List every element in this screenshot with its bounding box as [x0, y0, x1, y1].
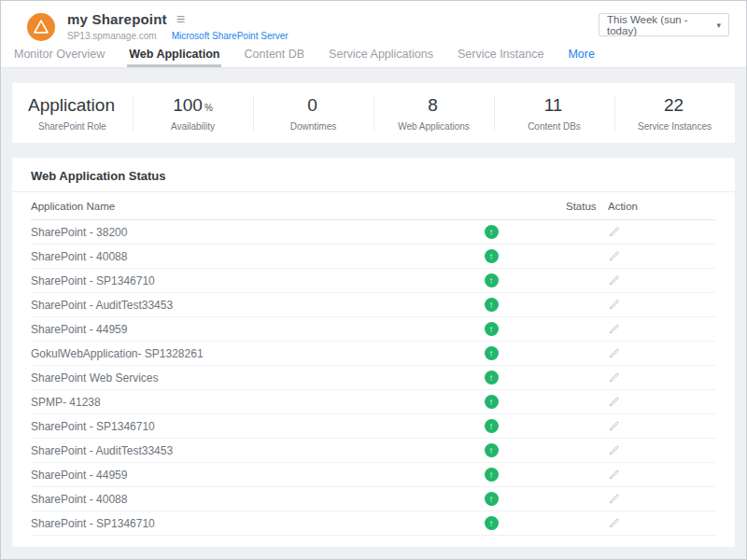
table-row[interactable]: SharePoint - AuditTest33453 ↑ [31, 293, 716, 317]
table-row[interactable]: SPMP- 41238 ↑ [31, 390, 716, 414]
arrow-up-icon: ↑ [485, 516, 499, 530]
stat-item: Application SharePoint Role [12, 83, 133, 143]
arrow-up-icon: ↑ [485, 273, 499, 287]
stat-label: SharePoint Role [38, 121, 106, 132]
table-row[interactable]: SharePoint - SP1346710 ↑ [31, 414, 716, 439]
status-up-icon: ↑ [485, 273, 499, 287]
arrow-up-icon: ↑ [485, 371, 499, 385]
pencil-icon [608, 347, 620, 359]
stat-label: Service Instances [638, 121, 712, 132]
arrow-up-icon: ↑ [485, 346, 499, 360]
edit-action-button[interactable] [608, 250, 716, 262]
stat-item: 100% Availability [133, 83, 253, 143]
arrow-up-icon: ↑ [485, 395, 499, 409]
monitor-type-link[interactable]: Microsoft SharePoint Server [172, 31, 289, 41]
stat-value: 11 [544, 95, 565, 116]
tab[interactable]: More [566, 48, 596, 67]
edit-action-button[interactable] [608, 420, 716, 432]
table-row[interactable]: SharePoint - 38200 ↑ [31, 220, 716, 245]
tab[interactable]: Web Application [127, 48, 221, 67]
arrow-up-icon: ↑ [485, 298, 499, 312]
stat-value: 0 [307, 95, 319, 116]
tab-label: Service Instance [458, 48, 543, 61]
stat-item: 0 Downtimes [253, 83, 374, 143]
arrow-up-icon: ↑ [485, 492, 499, 506]
edit-action-button[interactable] [608, 323, 716, 335]
time-range-select[interactable]: This Week (sun - today) ▾ [599, 13, 729, 36]
edit-action-button[interactable] [608, 469, 716, 481]
pencil-icon [608, 420, 620, 432]
status-up-icon: ↑ [485, 419, 499, 433]
stat-value: 8 [428, 95, 440, 116]
stat-value: Application [28, 95, 117, 116]
table-row[interactable]: SharePoint - AuditTest33453 ↑ [31, 439, 716, 463]
table-body: SharePoint - 38200 ↑ [12, 220, 735, 536]
status-up-icon: ↑ [485, 322, 499, 336]
stat-label: Downtimes [290, 121, 336, 132]
table-row[interactable]: SharePoint - 44959 ↑ [31, 463, 716, 487]
column-header-application-name: Application Name [31, 201, 472, 212]
pencil-icon [608, 371, 620, 384]
pencil-icon [608, 299, 620, 311]
chevron-down-icon: ▾ [716, 21, 721, 30]
status-up-icon: ↑ [485, 468, 499, 482]
edit-action-button[interactable] [608, 299, 716, 311]
status-up-icon: ↑ [485, 371, 499, 385]
status-up-icon: ↑ [485, 395, 499, 409]
tab[interactable]: Service Instance [456, 48, 545, 67]
status-up-icon: ↑ [485, 443, 499, 457]
content-area: Application SharePoint Role 100% Availab… [1, 68, 746, 559]
column-header-status: Status [566, 201, 608, 212]
stat-value-text: 8 [428, 95, 438, 115]
application-name: SharePoint - SP1346710 [31, 420, 472, 433]
edit-action-button[interactable] [608, 371, 716, 384]
pencil-icon [608, 493, 620, 505]
application-name: SharePoint - 38200 [31, 226, 472, 239]
tab-label: More [568, 48, 594, 61]
edit-action-button[interactable] [608, 517, 716, 529]
edit-action-button[interactable] [608, 274, 716, 287]
arrow-up-icon: ↑ [485, 249, 499, 263]
application-name: SharePoint - SP1346710 [31, 517, 472, 530]
stat-value-suffix: % [204, 103, 213, 113]
edit-action-button[interactable] [608, 444, 716, 456]
pencil-icon [608, 226, 620, 238]
application-name: SharePoint Web Services [31, 371, 472, 385]
application-name: SharePoint - 44959 [31, 469, 472, 482]
status-up-icon: ↑ [485, 516, 499, 530]
stat-item: 8 Web Applications [374, 83, 494, 143]
table-row[interactable]: SharePoint - SP1346710 ↑ [31, 269, 716, 293]
table-row[interactable]: GokulWebApplication- SP1328261 ↑ [31, 342, 716, 366]
table-row[interactable]: SharePoint - 40088 ↑ [31, 245, 716, 269]
tab[interactable]: Service Applications [327, 48, 435, 67]
tab-label: Web Application [129, 48, 219, 61]
column-header-action: Action [608, 201, 716, 212]
table-row[interactable]: SharePoint - SP1346710 ↑ [31, 511, 716, 536]
table-row[interactable]: SharePoint Web Services ↑ [31, 366, 716, 390]
pencil-icon [608, 517, 620, 529]
edit-action-button[interactable] [608, 493, 716, 505]
table-header-row: Application Name Status Action [31, 192, 716, 220]
tab[interactable]: Monitor Overview [12, 48, 106, 67]
edit-action-button[interactable] [608, 347, 716, 359]
table-row[interactable]: SharePoint - 44959 ↑ [31, 317, 716, 342]
hamburger-menu-icon[interactable]: ≡ [176, 12, 185, 27]
sharepoint-monitor-logo-icon [27, 13, 55, 41]
edit-action-button[interactable] [608, 226, 716, 238]
status-up-icon: ↑ [485, 298, 499, 312]
application-name: SharePoint - 40088 [31, 250, 472, 263]
tab-bar: Monitor Overview Web Application Content… [1, 46, 746, 68]
stat-value: 100% [173, 95, 213, 116]
application-name: GokulWebApplication- SP1328261 [31, 347, 472, 360]
tab[interactable]: Content DB [242, 48, 306, 67]
edit-action-button[interactable] [608, 396, 716, 408]
table-row[interactable]: SharePoint - 40088 ↑ [31, 487, 716, 511]
stat-value-text: 22 [664, 95, 684, 115]
status-up-icon: ↑ [485, 225, 499, 239]
monitor-header: my Sharepoint ≡ SP13.spmanage.com Micros… [1, 1, 746, 46]
time-range-value: This Week (sun - today) [607, 14, 716, 36]
stat-label: Availability [171, 121, 215, 132]
pencil-icon [608, 396, 620, 408]
monitor-identity: my Sharepoint ≡ SP13.spmanage.com Micros… [67, 11, 289, 41]
application-name: SharePoint - AuditTest33453 [31, 299, 472, 312]
